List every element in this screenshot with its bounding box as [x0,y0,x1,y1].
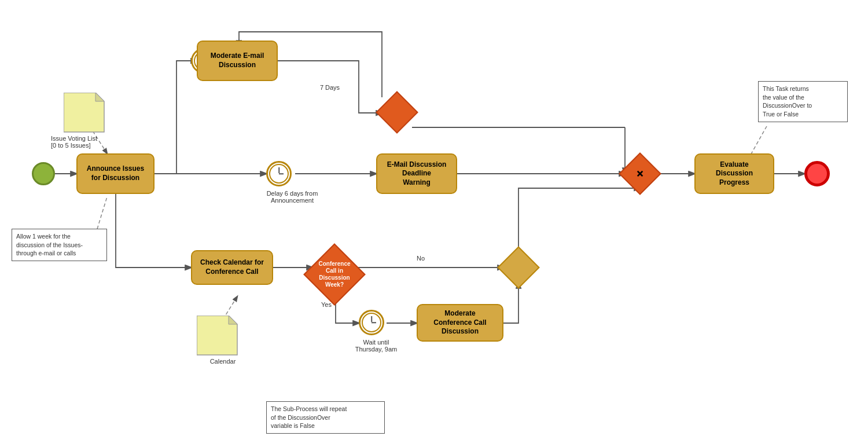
start-event [32,162,55,185]
svg-marker-19 [229,316,237,324]
check-calendar-task[interactable]: Check Calendar forConference Call [191,250,273,285]
label-wait-until: Wait untilThursday, 9am [344,339,408,353]
annotation-week: Allow 1 week for thediscussion of the Is… [12,229,107,261]
gateway-parallel [619,152,661,195]
timer-delay-event [266,161,292,186]
doc-voting-list-label: Issue Voting List[0 to 5 Issues] [51,135,115,149]
timer-wait-event [359,310,384,335]
announce-issues-task[interactable]: Announce Issuesfor Discussion [76,153,155,194]
end-event [804,161,830,186]
doc-calendar [197,316,243,356]
label-no: No [417,255,425,262]
moderate-conf-task[interactable]: ModerateConference CallDiscussion [417,304,503,342]
gateway-no-path [497,246,540,289]
email-deadline-task[interactable]: E-Mail DiscussionDeadlineWarning [376,153,457,194]
label-7days: 7 Days [307,84,353,91]
annotation-subprocess: The Sub-Process will repeatof the Discus… [266,401,385,434]
annotation-task-returns: This Task returnsthe value of theDiscuss… [758,81,848,122]
svg-marker-17 [95,93,104,101]
conference-call-gateway [303,243,365,305]
doc-calendar-label: Calendar [203,358,243,365]
evaluate-progress-task[interactable]: EvaluateDiscussionProgress [694,153,774,194]
gateway-7days [376,91,418,134]
doc-voting-list [64,93,110,133]
moderate-email-task[interactable]: Moderate E-mailDiscussion [197,41,278,81]
label-delay: Delay 6 days fromAnnouncement [255,190,330,204]
label-yes: Yes [321,301,332,308]
